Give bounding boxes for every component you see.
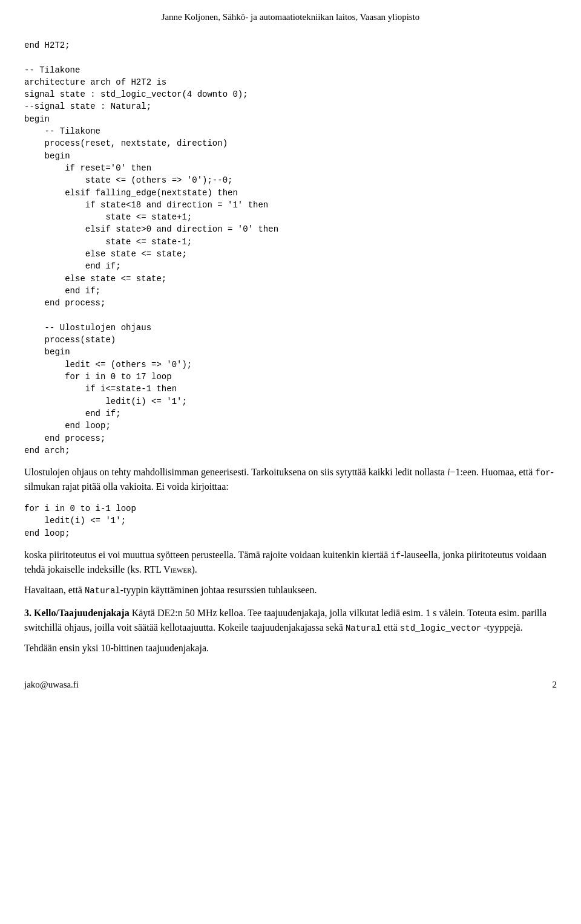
footer: jako@uwasa.fi 2: [24, 680, 557, 690]
small-code-block: for i in 0 to i-1 loop ledit(i) <= '1'; …: [24, 503, 557, 539]
paragraph-4: Tehdään ensin yksi 10-bittinen taajuuden…: [24, 641, 557, 656]
paragraph-3: Havaitaan, että Natural-tyypin käyttämin…: [24, 583, 557, 597]
header: Janne Koljonen, Sähkö- ja automaatiotekn…: [24, 12, 557, 22]
paragraph-1: Ulostulojen ohjaus on tehty mahdollisimm…: [24, 465, 557, 494]
section-3-heading: 3. Kello/Taajuudenjakaja Käytä DE2:n 50 …: [24, 606, 557, 635]
footer-page: 2: [553, 680, 557, 690]
main-code-block: end H2T2; -- Tilakone architecture arch …: [24, 39, 557, 457]
footer-email: jako@uwasa.fi: [24, 680, 79, 690]
paragraph-2: koska piiritoteutus ei voi muuttua syött…: [24, 548, 557, 577]
